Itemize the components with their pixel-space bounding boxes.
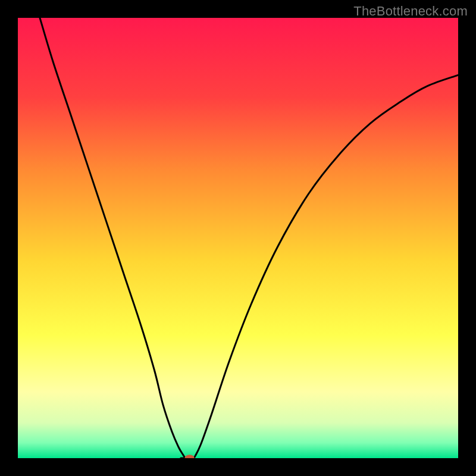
gradient-background: [18, 18, 458, 458]
plot-area: [18, 18, 458, 458]
bottleneck-chart: [18, 18, 458, 458]
watermark-label: TheBottleneck.com: [353, 4, 468, 19]
chart-frame: TheBottleneck.com: [0, 0, 476, 476]
